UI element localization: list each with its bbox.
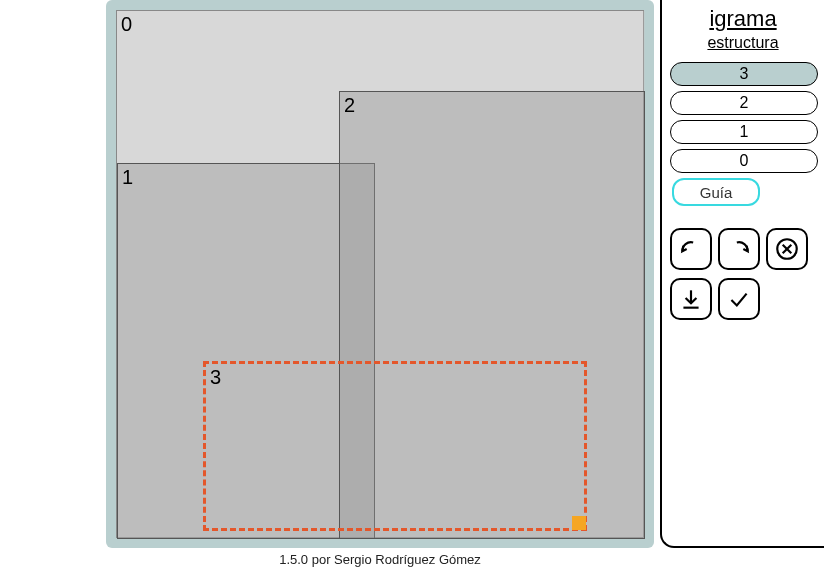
rect-3-selected[interactable]: 3 (203, 361, 587, 531)
layer-label: 2 (740, 94, 749, 112)
confirm-button[interactable] (718, 278, 760, 320)
layer-button-3[interactable]: 3 (670, 62, 818, 86)
layer-button-2[interactable]: 2 (670, 91, 818, 115)
check-icon (726, 286, 752, 312)
rect-label: 1 (122, 166, 133, 189)
layer-button-0[interactable]: 0 (670, 149, 818, 173)
section-title[interactable]: estructura (670, 34, 816, 52)
rect-label: 3 (210, 366, 221, 389)
sidebar: igrama estructura 3 2 1 0 Guía (660, 0, 824, 548)
undo-icon (678, 236, 704, 262)
canvas[interactable]: 0 1 2 3 (116, 10, 644, 538)
app-title[interactable]: igrama (670, 6, 816, 32)
layer-button-1[interactable]: 1 (670, 120, 818, 144)
footer-text: 1.5.0 por Sergio Rodríguez Gómez (106, 552, 654, 567)
guide-label: Guía (700, 184, 733, 201)
download-button[interactable] (670, 278, 712, 320)
layer-label: 3 (740, 65, 749, 83)
delete-icon (774, 236, 800, 262)
redo-button[interactable] (718, 228, 760, 270)
delete-button[interactable] (766, 228, 808, 270)
layer-label: 1 (740, 123, 749, 141)
canvas-frame: 0 1 2 3 (106, 0, 654, 548)
resize-handle[interactable] (572, 516, 586, 530)
rect-label: 0 (121, 13, 132, 36)
layer-label: 0 (740, 152, 749, 170)
download-icon (678, 286, 704, 312)
guide-button[interactable]: Guía (672, 178, 760, 206)
undo-button[interactable] (670, 228, 712, 270)
redo-icon (726, 236, 752, 262)
rect-label: 2 (344, 94, 355, 117)
tool-group (670, 228, 816, 320)
